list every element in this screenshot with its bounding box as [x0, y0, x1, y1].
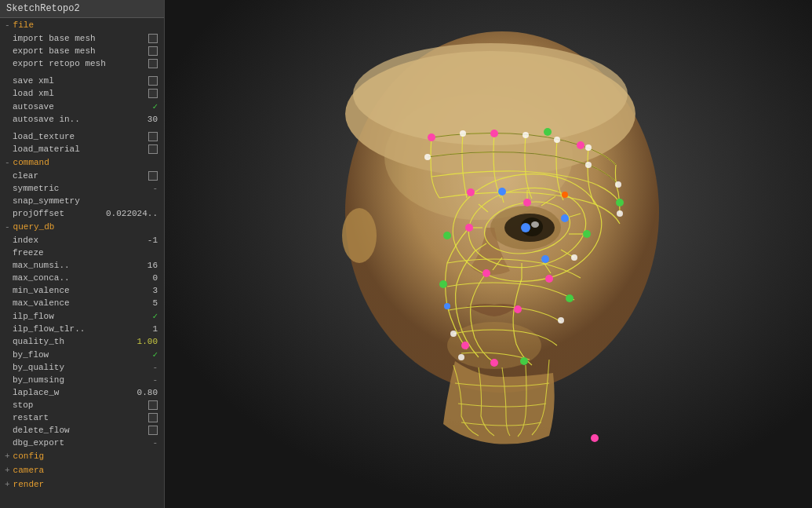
svg-point-29	[467, 188, 475, 196]
svg-point-33	[514, 305, 522, 313]
menu-proj-offset[interactable]: projOffset 0.022024..	[0, 207, 164, 220]
svg-point-59	[558, 317, 564, 323]
menu-ilp-flow[interactable]: ilp_flow ✓	[0, 309, 164, 323]
svg-point-48	[541, 255, 549, 263]
svg-point-28	[577, 141, 584, 149]
svg-point-51	[523, 132, 529, 138]
sidebar: SketchRetopo2 - file import base mesh ex…	[0, 0, 165, 508]
svg-point-61	[458, 354, 464, 360]
menu-quality-th[interactable]: quality_th 1.00	[0, 335, 164, 348]
checkbox-restart[interactable]	[148, 413, 158, 422]
menu-by-flow[interactable]: by_flow ✓	[0, 348, 164, 361]
svg-point-31	[465, 224, 473, 232]
svg-point-49	[444, 303, 450, 309]
svg-point-56	[615, 181, 621, 188]
svg-point-46	[498, 188, 506, 196]
menu-ilp-flow-tlr[interactable]: ilp_flow_tlr.. 1	[0, 323, 164, 335]
menu-dbg-export[interactable]: dbg_export -	[0, 437, 164, 449]
viewport-3d[interactable]	[165, 0, 812, 508]
menu-save-xml[interactable]: save xml	[0, 75, 164, 87]
svg-point-54	[424, 154, 431, 160]
svg-point-32	[482, 269, 490, 277]
svg-point-41	[566, 294, 573, 302]
svg-point-34	[490, 359, 498, 367]
svg-point-43	[439, 280, 447, 288]
svg-point-42	[443, 232, 451, 239]
menu-load-xml[interactable]: load xml	[0, 87, 164, 100]
svg-point-45	[521, 223, 530, 232]
checkbox-export-base[interactable]	[148, 46, 158, 56]
head-svg	[165, 0, 812, 508]
menu-clear[interactable]: clear	[0, 170, 164, 182]
section-camera[interactable]: + camera	[0, 463, 164, 477]
checkbox-load-xml[interactable]	[148, 89, 158, 98]
checkbox-load-material[interactable]	[148, 144, 158, 154]
menu-index[interactable]: index -1	[0, 234, 164, 247]
menu-by-numsing[interactable]: by_numsing -	[0, 374, 164, 386]
svg-point-38	[544, 128, 552, 136]
menu-import-base-mesh[interactable]: import base mesh	[0, 32, 164, 45]
menu-max-valence[interactable]: max_valence 5	[0, 297, 164, 309]
svg-point-8	[342, 208, 377, 263]
menu-delete-flow[interactable]: delete_flow	[0, 424, 164, 437]
svg-point-50	[460, 130, 466, 137]
svg-point-39	[616, 199, 624, 206]
svg-point-60	[450, 331, 457, 337]
menu-max-numsi[interactable]: max_numsi.. 16	[0, 259, 164, 272]
svg-point-30	[523, 199, 531, 206]
svg-point-55	[585, 162, 592, 168]
menu-max-conca[interactable]: max_conca.. 0	[0, 272, 164, 284]
section-command[interactable]: - command	[0, 155, 164, 170]
menu-export-retopo-mesh[interactable]: export retopo mesh	[0, 57, 164, 70]
svg-point-35	[461, 342, 469, 349]
menu-autosave-interval[interactable]: autosave in.. 30	[0, 113, 164, 126]
menu-restart[interactable]: restart	[0, 411, 164, 424]
section-file[interactable]: - file	[0, 18, 164, 32]
menu-laplace-w[interactable]: laplace_w 0.80	[0, 386, 164, 399]
svg-point-57	[617, 210, 623, 217]
app-title: SketchRetopo2	[0, 0, 164, 18]
checkbox-stop[interactable]	[148, 400, 158, 410]
checkbox-clear[interactable]	[148, 171, 158, 181]
svg-point-52	[554, 137, 560, 143]
svg-point-37	[545, 275, 553, 283]
menu-min-valence[interactable]: min_valence 3	[0, 284, 164, 297]
menu-symmetric[interactable]: symmetric -	[0, 182, 164, 195]
menu-snap-symmetry[interactable]: snap_symmetry	[0, 195, 164, 207]
section-query-db[interactable]: - query_db	[0, 220, 164, 234]
menu-load-material[interactable]: load_material	[0, 143, 164, 155]
svg-point-44	[520, 357, 528, 365]
menu-autosave[interactable]: autosave ✓	[0, 100, 164, 113]
menu-freeze[interactable]: freeze	[0, 247, 164, 259]
checkbox-export-retopo[interactable]	[148, 59, 158, 68]
checkbox-import[interactable]	[148, 34, 158, 43]
svg-point-10	[353, 43, 628, 145]
section-config[interactable]: + config	[0, 449, 164, 463]
menu-export-base-mesh[interactable]: export base mesh	[0, 45, 164, 57]
svg-point-36	[591, 434, 599, 442]
svg-point-26	[428, 133, 435, 141]
svg-point-47	[561, 214, 569, 222]
svg-point-27	[490, 130, 498, 137]
menu-stop[interactable]: stop	[0, 399, 164, 411]
checkbox-save-xml[interactable]	[148, 76, 158, 86]
checkbox-delete-flow[interactable]	[148, 426, 158, 435]
svg-point-62	[562, 192, 568, 198]
svg-point-40	[583, 230, 591, 238]
svg-point-58	[571, 254, 577, 261]
svg-point-53	[585, 144, 592, 151]
menu-load-texture[interactable]: load_texture	[0, 130, 164, 143]
checkbox-load-texture[interactable]	[148, 132, 158, 141]
menu-by-quality[interactable]: by_quality -	[0, 361, 164, 374]
section-render[interactable]: + render	[0, 477, 164, 492]
svg-point-6	[531, 221, 539, 228]
